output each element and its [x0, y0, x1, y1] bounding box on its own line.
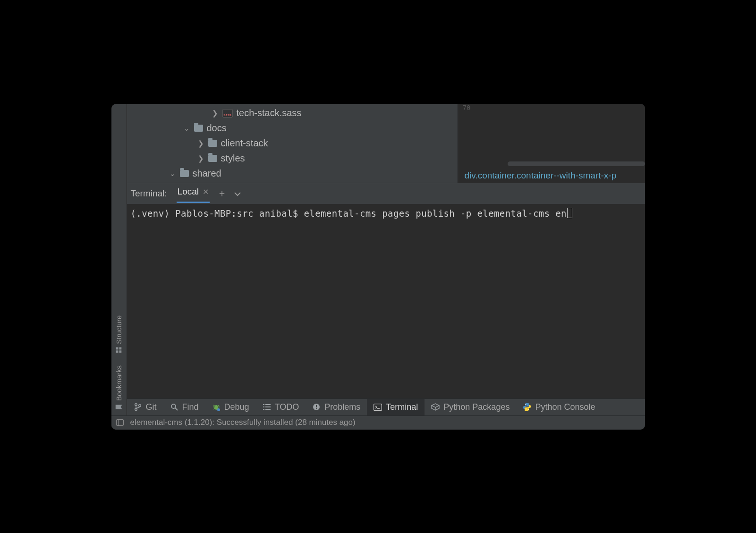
folder-icon: [208, 155, 217, 162]
search-icon: [170, 403, 178, 411]
ide-window: Structure Bookmarks ❯ SASS tech-stack.sa…: [111, 104, 645, 430]
terminal-tab[interactable]: Terminal: [367, 399, 425, 415]
structure-label: Structure: [115, 315, 123, 344]
packages-icon: [431, 403, 440, 411]
terminal-dropdown-button[interactable]: [234, 188, 241, 199]
git-tab-label: Git: [146, 402, 157, 412]
svg-rect-19: [263, 406, 264, 407]
find-tab[interactable]: Find: [163, 399, 205, 415]
terminal-tab-label: Terminal: [386, 402, 418, 412]
folder-icon: [180, 170, 189, 177]
project-tree[interactable]: ❯ SASS tech-stack.sass ⌄ docs ❯ client-s…: [127, 104, 458, 183]
svg-point-29: [526, 404, 527, 405]
editor-line-number: 70: [463, 104, 471, 111]
todo-tab-label: TODO: [275, 402, 299, 412]
chevron-down-icon: ⌄: [170, 169, 176, 178]
tree-folder-label: client-stack: [221, 138, 268, 149]
git-branch-icon: [134, 403, 142, 411]
folder-icon: [194, 125, 203, 132]
tree-row-docs[interactable]: ⌄ docs: [127, 121, 458, 136]
chevron-down-icon: ⌄: [184, 124, 190, 133]
problems-tab-label: Problems: [324, 402, 360, 412]
structure-icon: [116, 346, 122, 353]
todo-tab[interactable]: TODO: [256, 399, 306, 415]
find-tab-label: Find: [182, 402, 199, 412]
tree-row-styles[interactable]: ❯ styles: [127, 151, 458, 166]
svg-rect-2: [119, 350, 122, 353]
bookmarks-label: Bookmarks: [115, 365, 123, 401]
sass-file-icon: SASS: [222, 109, 233, 118]
python-packages-tab-label: Python Packages: [443, 402, 510, 412]
git-tab[interactable]: Git: [127, 399, 163, 415]
svg-line-13: [218, 405, 219, 406]
status-bar: elemental-cms (1.1.20): Successfully ins…: [111, 415, 645, 430]
terminal-panel-header: Terminal: Local ✕ ＋: [127, 183, 645, 204]
terminal-cursor: [567, 208, 572, 218]
chevron-right-icon: ❯: [198, 139, 204, 148]
terminal-tab-local[interactable]: Local ✕: [177, 184, 210, 203]
tree-row-shared[interactable]: ⌄ shared: [127, 166, 458, 181]
debug-tab[interactable]: Debug: [205, 399, 256, 415]
svg-point-7: [171, 404, 176, 408]
tree-folder-label: docs: [207, 123, 227, 134]
horizontal-scrollbar[interactable]: [508, 161, 645, 166]
bookmark-icon: [116, 404, 122, 411]
svg-rect-3: [119, 347, 122, 349]
terminal-panel-title: Terminal:: [130, 188, 169, 199]
terminal-output[interactable]: (.venv) Pablos-MBP:src anibal$ elemental…: [127, 204, 645, 398]
panel-layout-icon[interactable]: [116, 419, 124, 426]
svg-rect-17: [263, 404, 264, 405]
python-console-tab-label: Python Console: [535, 402, 595, 412]
svg-rect-25: [316, 408, 317, 409]
close-icon[interactable]: ✕: [203, 187, 209, 196]
svg-rect-18: [265, 404, 271, 405]
python-packages-tab[interactable]: Python Packages: [425, 399, 516, 415]
tree-row-tech-stack[interactable]: ❯ SASS tech-stack.sass: [127, 106, 458, 121]
editor-breadcrumb[interactable]: div.container.container--with-smart-x-p: [465, 170, 617, 181]
warning-icon: [312, 403, 321, 411]
terminal-line: (.venv) Pablos-MBP:src anibal$ elemental…: [131, 208, 567, 219]
svg-rect-0: [116, 350, 119, 353]
debug-tab-label: Debug: [224, 402, 249, 412]
folder-icon: [208, 140, 217, 147]
editor-area[interactable]: 70 div.container.container--with-smart-x…: [458, 104, 645, 183]
structure-tool-tab[interactable]: Structure: [115, 315, 123, 353]
svg-line-12: [213, 405, 215, 406]
chevron-right-icon: ❯: [198, 154, 204, 163]
python-console-tab[interactable]: Python Console: [516, 399, 602, 415]
python-icon: [523, 403, 531, 411]
svg-point-30: [528, 409, 529, 410]
svg-rect-21: [263, 409, 264, 410]
svg-line-8: [175, 408, 178, 410]
svg-point-16: [217, 408, 220, 411]
svg-rect-1: [116, 347, 119, 349]
tree-folder-label: styles: [221, 153, 245, 164]
svg-point-5: [135, 408, 137, 411]
tree-file-label: tech-stack.sass: [237, 108, 302, 118]
problems-tab[interactable]: Problems: [306, 399, 367, 415]
terminal-icon: [374, 403, 382, 411]
bug-icon: [212, 403, 221, 411]
chevron-right-icon: ❯: [212, 109, 219, 118]
top-split: ❯ SASS tech-stack.sass ⌄ docs ❯ client-s…: [127, 104, 645, 183]
tree-row-client-stack[interactable]: ❯ client-stack: [127, 136, 458, 151]
svg-rect-20: [265, 406, 271, 407]
bottom-tool-tabs: Git Find Debug TODO Problems: [127, 398, 645, 415]
svg-rect-22: [265, 409, 271, 410]
svg-rect-26: [374, 404, 382, 410]
svg-point-4: [135, 404, 137, 406]
list-icon: [263, 403, 271, 411]
svg-rect-24: [316, 405, 317, 407]
svg-point-6: [138, 405, 141, 407]
left-tool-gutter: Structure Bookmarks: [111, 104, 127, 430]
new-terminal-button[interactable]: ＋: [217, 187, 227, 200]
status-message: elemental-cms (1.1.20): Successfully ins…: [130, 418, 356, 427]
terminal-tab-label: Local: [178, 186, 199, 197]
tree-folder-label: shared: [193, 168, 221, 179]
svg-line-14: [213, 408, 215, 409]
bookmarks-tool-tab[interactable]: Bookmarks: [115, 365, 123, 410]
